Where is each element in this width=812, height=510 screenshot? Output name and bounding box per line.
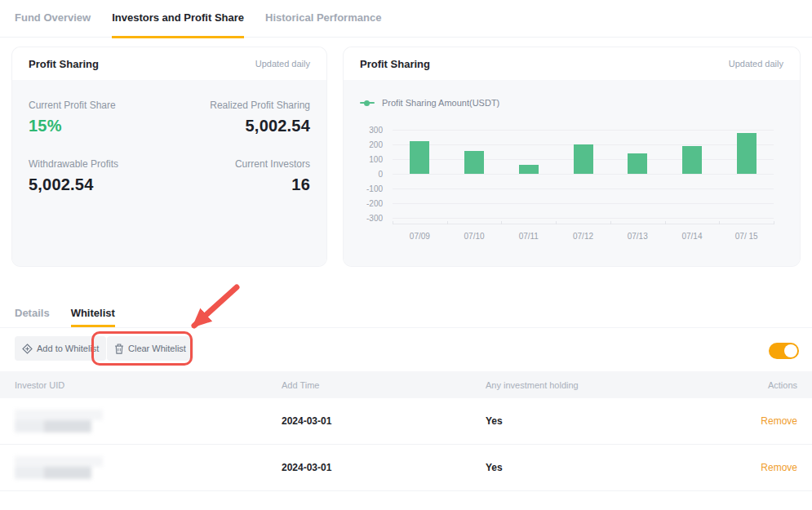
x-tick — [501, 221, 502, 224]
x-tick-label: 07/10 — [447, 232, 502, 241]
stat-label: Current Investors — [170, 158, 311, 170]
add-to-whitelist-button[interactable]: Add to Whitelist — [15, 336, 106, 361]
stats-card-body: Current Profit Share 15% Realized Profit… — [12, 80, 326, 266]
gridline — [393, 174, 774, 175]
chart-y-axis: 3002001000-100-200-300 — [360, 130, 393, 224]
bar-chart: 3002001000-100-200-300 — [360, 130, 783, 224]
chart-card-header: Profit Sharing Updated daily — [344, 47, 800, 80]
stat-value: 5,002.54 — [170, 117, 311, 135]
y-tick-label: 0 — [378, 170, 383, 179]
add-to-whitelist-icon — [22, 344, 33, 354]
legend-label: Profit Sharing Amount(USDT) — [382, 98, 499, 108]
y-tick-label: 100 — [369, 155, 383, 164]
bar-chart-plot — [393, 130, 774, 224]
chart-legend: Profit Sharing Amount(USDT) — [360, 98, 783, 108]
bar-07-09 — [410, 141, 429, 175]
x-tick — [774, 221, 774, 224]
tab-details[interactable]: Details — [15, 299, 50, 327]
tab-fund-overview[interactable]: Fund Overview — [15, 11, 91, 37]
x-tick-label: 07/13 — [610, 232, 665, 241]
cell-investment-holding: Yes — [486, 462, 739, 473]
toggle-knob — [784, 344, 797, 357]
sub-tab-bar: Details Whitelist — [0, 299, 812, 328]
clear-whitelist-label: Clear Whitelist — [128, 344, 186, 353]
clear-whitelist-button[interactable]: Clear Whitelist — [107, 336, 193, 361]
stats-card-header: Profit Sharing Updated daily — [12, 47, 326, 80]
cell-add-time: 2024-03-01 — [282, 462, 486, 473]
table-header-row: Investor UID Add Time Any investment hol… — [0, 371, 812, 398]
stat-realized-profit-sharing: Realized Profit Sharing 5,002.54 — [170, 100, 311, 135]
stat-label: Withdrawable Profits — [29, 158, 170, 170]
gridline — [393, 203, 774, 204]
x-tick — [393, 221, 393, 224]
legend-line-dot-icon — [360, 102, 375, 104]
x-axis-line — [393, 224, 774, 224]
x-tick — [556, 221, 557, 224]
x-tick-label: 07/14 — [665, 232, 720, 241]
stat-value: 15% — [29, 117, 170, 135]
col-header-investor-uid: Investor UID — [15, 380, 282, 390]
table-row: 2024-03-01 Yes Remove — [0, 398, 812, 445]
x-tick — [610, 221, 611, 224]
gridline — [393, 130, 774, 131]
y-tick-label: -300 — [366, 214, 383, 223]
x-tick-label: 07/12 — [556, 232, 610, 241]
y-tick-label: -100 — [366, 184, 383, 193]
remove-link[interactable]: Remove — [761, 462, 797, 473]
table-row: 2024-03-01 Yes Remove — [0, 445, 812, 491]
redacted-investor-uid — [15, 410, 103, 432]
whitelist-toggle[interactable] — [769, 343, 799, 359]
bar-07-14 — [682, 146, 702, 174]
add-to-whitelist-label: Add to Whitelist — [37, 344, 99, 353]
chart-card-title: Profit Sharing — [360, 58, 430, 70]
stat-current-profit-share: Current Profit Share 15% — [29, 100, 170, 135]
chart-card-updated-label: Updated daily — [729, 59, 783, 69]
stat-value: 5,002.54 — [29, 175, 170, 194]
chart-card-body: Profit Sharing Amount(USDT) 3002001000-1… — [344, 80, 800, 266]
y-tick-label: -200 — [366, 199, 383, 208]
x-tick-label: 07/ 15 — [719, 232, 774, 241]
gridline — [393, 188, 774, 189]
tab-whitelist[interactable]: Whitelist — [71, 299, 115, 327]
trash-icon — [114, 344, 124, 354]
profit-sharing-chart-card: Profit Sharing Updated daily Profit Shar… — [344, 47, 800, 266]
tab-investors-profit-share[interactable]: Investors and Profit Share — [112, 11, 244, 38]
x-tick — [447, 221, 448, 224]
stat-withdrawable-profits: Withdrawable Profits 5,002.54 — [29, 158, 170, 194]
bar-07-10 — [464, 151, 484, 174]
stat-label: Realized Profit Sharing — [170, 100, 311, 111]
bar-07-12 — [574, 144, 593, 174]
x-tick-label: 07/09 — [393, 232, 447, 241]
stats-card-updated-label: Updated daily — [255, 59, 310, 69]
x-tick-label: 07/11 — [501, 232, 556, 241]
col-header-investment-holding: Any investment holding — [486, 380, 739, 390]
bar-07--15 — [737, 133, 757, 174]
bar-07-11 — [519, 165, 539, 174]
x-tick — [719, 221, 720, 224]
cell-investment-holding: Yes — [486, 415, 739, 427]
cell-add-time: 2024-03-01 — [282, 415, 486, 427]
stat-label: Current Profit Share — [29, 100, 170, 111]
col-header-actions: Actions — [739, 380, 797, 390]
y-tick-label: 300 — [369, 126, 383, 135]
col-header-add-time: Add Time — [282, 380, 486, 390]
fund-management-page: Fund Overview Investors and Profit Share… — [0, 0, 812, 510]
y-tick-label: 200 — [369, 140, 383, 149]
stats-card-title: Profit Sharing — [29, 58, 99, 70]
remove-link[interactable]: Remove — [761, 415, 797, 427]
gridline — [393, 218, 774, 219]
redacted-investor-uid — [15, 456, 103, 479]
x-tick — [665, 221, 666, 224]
stat-value: 16 — [170, 175, 311, 194]
profit-sharing-stats-card: Profit Sharing Updated daily Current Pro… — [12, 47, 326, 266]
bar-07-13 — [628, 153, 647, 174]
whitelist-table: Investor UID Add Time Any investment hol… — [0, 371, 812, 491]
stat-current-investors: Current Investors 16 — [170, 158, 311, 194]
chart-x-axis: 07/0907/1007/1107/1207/1307/1407/ 15 — [393, 232, 774, 241]
top-tab-bar: Fund Overview Investors and Profit Share… — [0, 0, 812, 38]
tab-historical-performance[interactable]: Historical Performance — [265, 11, 381, 37]
